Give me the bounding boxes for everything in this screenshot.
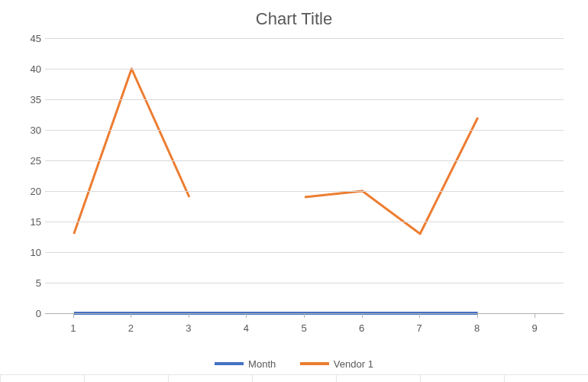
y-tick-label: 0 [14,308,41,319]
chart-lines [45,38,564,313]
x-tick-label: 9 [532,322,538,334]
legend-swatch-vendor1 [300,362,329,365]
gridline [45,191,564,192]
x-tick-label: 1 [70,322,76,334]
plot-container: 051015202530354045 123456789 [14,38,571,351]
x-tick-label: 5 [301,322,306,334]
gridline [45,160,564,161]
y-tick-label: 30 [14,125,41,136]
x-tick-label: 6 [359,322,364,334]
x-axis-ticks: 123456789 [44,321,564,336]
x-tick-mark [246,313,247,318]
y-tick-label: 10 [14,247,41,258]
x-tick-mark [131,313,131,318]
gridline [45,38,564,39]
legend-item-vendor1: Vendor 1 [300,358,373,370]
legend-label-vendor1: Vendor 1 [334,358,373,370]
legend-item-month: Month [215,358,276,370]
gridline [45,222,564,222]
y-tick-label: 35 [14,94,41,105]
x-tick-label: 7 [416,322,422,334]
series-line-vendor-1 [74,69,189,234]
gridline [45,99,564,100]
x-tick-mark [362,313,363,318]
x-tick-mark [535,313,535,318]
spreadsheet-row-hint [0,374,588,382]
y-tick-label: 5 [14,277,41,289]
x-tick-mark [304,313,305,318]
x-tick-mark [73,313,74,318]
x-tick-label: 2 [128,322,134,334]
y-tick-label: 25 [14,155,41,167]
gridline [45,69,564,70]
series-line-vendor-1 [305,118,478,234]
legend-swatch-month [215,362,244,365]
plot-area [44,38,564,313]
x-tick-label: 4 [244,322,249,334]
y-tick-label: 40 [14,63,41,75]
x-tick-mark [419,313,420,318]
chart-title: Chart Title [0,0,588,29]
legend: Month Vendor 1 [0,356,588,370]
y-tick-label: 45 [14,33,41,44]
x-tick-mark [189,313,189,318]
legend-label-month: Month [248,358,276,370]
gridline [45,283,564,283]
y-tick-label: 20 [14,186,41,197]
x-tick-label: 8 [474,322,480,334]
y-tick-label: 15 [14,216,41,228]
gridline [45,252,564,253]
x-tick-label: 3 [186,322,191,334]
gridline [45,130,564,131]
x-tick-mark [477,313,478,318]
